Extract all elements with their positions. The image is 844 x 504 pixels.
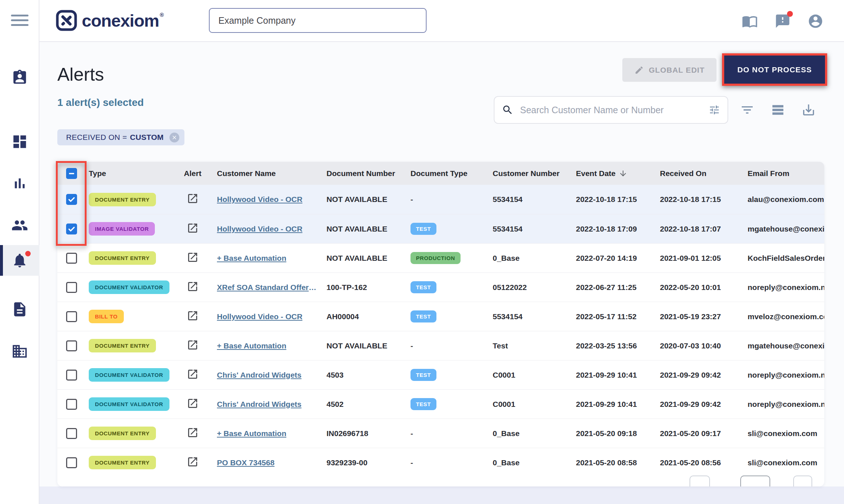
- customer-name-link[interactable]: Chris' Android Widgets: [217, 371, 302, 379]
- row-checkbox[interactable]: [66, 311, 77, 322]
- row-density-icon[interactable]: [771, 103, 785, 117]
- row-checkbox[interactable]: [66, 194, 77, 205]
- topbar-feedback-icon[interactable]: [775, 13, 791, 29]
- notification-dot: [25, 251, 31, 256]
- pagination-control-stub[interactable]: [690, 476, 710, 486]
- document-type-cell: -: [402, 458, 484, 467]
- document-type-dash: -: [410, 195, 413, 204]
- type-badge: DOCUMENT ENTRY: [89, 339, 156, 352]
- sidebar-item-contact-card[interactable]: [0, 62, 39, 93]
- customer-number-cell: 5534154: [484, 312, 567, 321]
- sidebar-item-bar-chart[interactable]: [0, 168, 39, 199]
- received-on-cell: 2022-10-18 17:07: [651, 225, 739, 233]
- row-checkbox[interactable]: [66, 224, 77, 234]
- pagination-control-stub[interactable]: [793, 476, 812, 486]
- brand-name: conexiom: [82, 11, 159, 31]
- contact-card-icon: [11, 69, 28, 86]
- table-body: DOCUMENT ENTRY Hollywood Video - OCR NOT…: [57, 185, 824, 477]
- menu-icon[interactable]: [11, 15, 28, 28]
- event-date-cell: 2021-05-20 09:18: [567, 429, 651, 438]
- selected-count-text: 1 alert(s) selected: [57, 97, 144, 108]
- customer-name-link[interactable]: + Base Automation: [217, 429, 286, 438]
- customer-number-cell: 05122022: [484, 283, 567, 292]
- column-label: Customer Name: [217, 169, 276, 178]
- type-badge: DOCUMENT ENTRY: [89, 427, 156, 440]
- column-header-select[interactable]: [57, 168, 86, 179]
- customer-number-cell: 5534154: [484, 225, 567, 233]
- type-badge: IMAGE VALIDATOR: [89, 222, 155, 236]
- open-alert-icon[interactable]: [187, 339, 199, 353]
- sidebar-item-bell[interactable]: [0, 245, 39, 276]
- row-checkbox[interactable]: [66, 253, 77, 264]
- bar-chart-icon: [11, 175, 28, 192]
- tune-icon[interactable]: [709, 104, 720, 116]
- dashboard-icon: [11, 133, 28, 150]
- row-checkbox[interactable]: [66, 282, 77, 293]
- type-badge: DOCUMENT VALIDATOR: [89, 397, 169, 411]
- sidebar-item-building[interactable]: [0, 336, 39, 367]
- row-checkbox[interactable]: [66, 399, 77, 410]
- column-label: Document Number: [326, 169, 395, 178]
- customer-name-link[interactable]: Chris' Android Widgets: [217, 400, 302, 409]
- email-from-cell: sli@conexiom.com: [739, 429, 824, 438]
- open-alert-icon[interactable]: [187, 222, 199, 236]
- document-number-cell: NOT AVAILABLE: [318, 195, 402, 204]
- row-checkbox[interactable]: [66, 428, 77, 439]
- document-type-badge: TEST: [410, 281, 436, 293]
- received-on-cell: 2022-05-20 10:01: [651, 283, 739, 292]
- search-input[interactable]: [519, 104, 709, 116]
- open-alert-icon[interactable]: [187, 251, 199, 265]
- topbar-account-icon[interactable]: [807, 13, 824, 29]
- row-checkbox[interactable]: [66, 457, 77, 468]
- customer-name-link[interactable]: Hollywood Video - OCR: [217, 225, 302, 233]
- filter-icon[interactable]: [740, 103, 755, 117]
- open-alert-icon[interactable]: [187, 427, 199, 440]
- row-checkbox[interactable]: [66, 370, 77, 381]
- event-date-cell: 2021-05-20 08:58: [567, 458, 651, 467]
- page-background-strip: [39, 486, 844, 504]
- open-alert-icon[interactable]: [187, 456, 199, 470]
- annotation-box-do-not-process: DO NOT PROCESS: [722, 53, 827, 86]
- sidebar-item-people[interactable]: [0, 210, 39, 241]
- column-label: Document Type: [410, 169, 467, 178]
- document-type-cell: TEST: [402, 398, 484, 410]
- document-type-badge: TEST: [410, 398, 436, 410]
- table-row: DOCUMENT ENTRY Hollywood Video - OCR NOT…: [57, 185, 824, 214]
- conexiom-mark-icon: [56, 9, 77, 31]
- customer-name-link[interactable]: XRef SOA Standard Offeri…: [217, 283, 318, 292]
- column-header-event-date[interactable]: Event Date: [567, 169, 651, 178]
- company-input[interactable]: [209, 8, 427, 33]
- search-icon: [502, 104, 513, 116]
- column-label: Alert: [184, 169, 202, 178]
- open-alert-icon[interactable]: [187, 397, 199, 411]
- sidebar-item-dashboard[interactable]: [0, 126, 39, 157]
- column-header-received-on: Received On: [651, 169, 739, 178]
- open-alert-icon[interactable]: [187, 192, 199, 206]
- customer-number-cell: Test: [484, 341, 567, 350]
- alerts-table: TypeAlertCustomer NameDocument NumberDoc…: [57, 162, 824, 486]
- download-icon[interactable]: [801, 103, 816, 117]
- customer-name-link[interactable]: Hollywood Video - OCR: [217, 195, 302, 204]
- chip-close-icon[interactable]: [169, 133, 179, 142]
- open-alert-icon[interactable]: [187, 310, 199, 324]
- do-not-process-button[interactable]: DO NOT PROCESS: [724, 56, 825, 84]
- customer-name-link[interactable]: + Base Automation: [217, 254, 286, 263]
- customer-name-link[interactable]: + Base Automation: [217, 341, 286, 350]
- select-all-checkbox[interactable]: [66, 168, 77, 179]
- open-alert-icon[interactable]: [187, 368, 199, 382]
- customer-name-link[interactable]: PO BOX 734568: [217, 458, 275, 467]
- global-edit-button[interactable]: GLOBAL EDIT: [622, 58, 717, 82]
- email-from-cell: mveloz@conexiom.com: [739, 312, 824, 321]
- received-on-cell: 2021-09-01 12:05: [651, 254, 739, 263]
- docs-book-icon: [742, 13, 758, 29]
- sidebar-item-document[interactable]: [0, 294, 39, 325]
- filter-chip-prefix: RECEIVED ON =: [66, 133, 127, 142]
- row-checkbox[interactable]: [66, 340, 77, 351]
- column-label: Received On: [660, 169, 706, 178]
- customer-number-cell: C0001: [484, 400, 567, 409]
- topbar-docs-book-icon[interactable]: [742, 13, 758, 29]
- customer-number-cell: 5534154: [484, 195, 567, 204]
- open-alert-icon[interactable]: [187, 280, 199, 294]
- pagination-control-stub[interactable]: [740, 476, 770, 486]
- customer-name-link[interactable]: Hollywood Video - OCR: [217, 312, 302, 321]
